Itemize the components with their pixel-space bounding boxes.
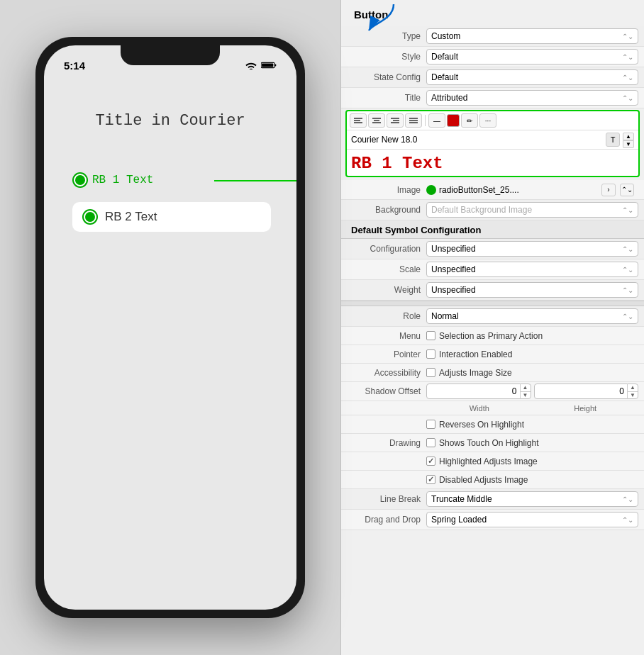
- drag-drop-control[interactable]: Spring Loaded ⌃⌄: [426, 512, 644, 527]
- reverses-row: Reverses On Highlight: [341, 415, 644, 434]
- pointer-label: Pointer: [341, 349, 426, 359]
- role-row: Role Normal ⌃⌄: [341, 306, 644, 327]
- config-label: Configuration: [341, 244, 426, 254]
- font-size-stepper[interactable]: ▲ ▼: [623, 133, 634, 147]
- iphone-frame: 5:14 Title in Courier: [35, 37, 305, 618]
- state-config-select[interactable]: Default ⌃⌄: [426, 69, 638, 85]
- line-break-select[interactable]: Truncate Middle ⌃⌄: [426, 491, 638, 507]
- reverses-checkbox-item[interactable]: Reverses On Highlight: [426, 420, 530, 430]
- role-select[interactable]: Normal ⌃⌄: [426, 308, 638, 324]
- font-row: Courier New 18.0 T ▲ ▼: [347, 130, 638, 150]
- align-left-btn[interactable]: [350, 113, 367, 128]
- shadow-width-up[interactable]: ▲: [521, 384, 531, 392]
- blue-arrow-svg: [365, 0, 422, 34]
- rb2-container[interactable]: RB 2 Text: [72, 202, 271, 232]
- line-break-control[interactable]: Truncate Middle ⌃⌄: [426, 491, 644, 507]
- format-btn-edit[interactable]: ✏: [461, 113, 478, 128]
- iphone-notch: [121, 45, 220, 65]
- symbol-section-header: Default Symbol Configuration: [341, 220, 644, 239]
- shadow-width-down[interactable]: ▼: [521, 392, 531, 400]
- title-select[interactable]: Attributed ⌃⌄: [426, 90, 638, 106]
- svg-rect-1: [274, 65, 276, 67]
- disabled-checkmark: ✓: [428, 475, 434, 484]
- type-select-arrow: ⌃⌄: [622, 33, 633, 40]
- color-btn[interactable]: [447, 114, 460, 127]
- font-T-btn[interactable]: T: [606, 133, 620, 147]
- type-control[interactable]: Custom ⌃⌄: [426, 28, 644, 44]
- shadow-height-down[interactable]: ▼: [628, 392, 638, 400]
- title-select-arrow: ⌃⌄: [622, 94, 633, 102]
- image-label: Image: [341, 185, 426, 195]
- status-icons: [245, 61, 277, 69]
- role-control[interactable]: Normal ⌃⌄: [426, 308, 644, 324]
- drawing-label: Drawing: [341, 438, 426, 448]
- accessibility-label: Accessibility: [341, 368, 426, 378]
- svg-rect-2: [262, 63, 273, 67]
- scale-row: Scale Unspecified ⌃⌄: [341, 259, 644, 280]
- drag-drop-select[interactable]: Spring Loaded ⌃⌄: [426, 512, 638, 527]
- more-btn[interactable]: ···: [479, 113, 496, 128]
- disabled-checkbox[interactable]: ✓: [426, 475, 435, 484]
- weight-arrow: ⌃⌄: [622, 286, 633, 294]
- config-row: Configuration Unspecified ⌃⌄: [341, 239, 644, 259]
- pointer-checkbox-item[interactable]: Interaction Enabled: [426, 349, 518, 359]
- rb1-container[interactable]: RB 1 Text: [72, 172, 268, 188]
- highlighted-checkbox-item[interactable]: ✓ Highlighted Adjusts Image: [426, 457, 543, 466]
- toolbar-separator: [425, 115, 426, 126]
- shows-touch-checkbox[interactable]: [426, 438, 435, 447]
- height-label: Height: [533, 404, 639, 413]
- font-name: Courier New 18.0: [351, 135, 606, 145]
- menu-checkbox-item[interactable]: Selection as Primary Action: [426, 331, 548, 341]
- accessibility-checkbox-item[interactable]: Adjusts Image Size: [426, 368, 518, 378]
- shadow-offset-row: Shadow Offset 0 ▲ ▼ 0 ▲ ▼: [341, 382, 644, 401]
- background-row: Background Default Background Image ⌃⌄: [341, 200, 644, 220]
- weight-row: Weight Unspecified ⌃⌄: [341, 280, 644, 301]
- config-control[interactable]: Unspecified ⌃⌄: [426, 241, 644, 257]
- background-select[interactable]: Default Background Image ⌃⌄: [426, 202, 638, 218]
- align-right-btn[interactable]: [387, 113, 404, 128]
- shadow-height-stepper[interactable]: ▲ ▼: [627, 384, 638, 399]
- drag-drop-arrow: ⌃⌄: [622, 516, 633, 524]
- style-label: Style: [341, 52, 426, 62]
- justify-btn[interactable]: [405, 113, 422, 128]
- line-break-label: Line Break: [341, 494, 426, 504]
- state-config-control[interactable]: Default ⌃⌄: [426, 69, 644, 85]
- weight-label: Weight: [341, 285, 426, 295]
- accessibility-checkbox[interactable]: [426, 368, 435, 377]
- reverses-checkbox[interactable]: [426, 420, 435, 429]
- attributed-editor: — ✏ ··· Courier New 18.0 T ▲ ▼ RB 1 Text: [345, 110, 640, 177]
- strikethrough-btn[interactable]: —: [428, 113, 445, 128]
- style-select[interactable]: Default ⌃⌄: [426, 49, 638, 65]
- menu-checkbox[interactable]: [426, 331, 435, 340]
- scale-control[interactable]: Unspecified ⌃⌄: [426, 262, 644, 277]
- weight-select[interactable]: Unspecified ⌃⌄: [426, 282, 638, 298]
- pointer-checkbox[interactable]: [426, 349, 435, 359]
- shadow-width-stepper[interactable]: ▲ ▼: [520, 384, 531, 399]
- shadow-width-field[interactable]: 0 ▲ ▼: [426, 384, 531, 399]
- image-forward-btn[interactable]: ›: [601, 184, 616, 196]
- align-center-btn[interactable]: [368, 113, 385, 128]
- image-dropdown-btn[interactable]: ⌃⌄: [620, 184, 634, 196]
- style-control[interactable]: Default ⌃⌄: [426, 49, 644, 65]
- disabled-checkbox-item[interactable]: ✓ Disabled Adjusts Image: [426, 475, 533, 485]
- screen-content: Title in Courier RB 1 Text RB 2 Text: [44, 77, 296, 253]
- style-row: Style Default ⌃⌄: [341, 47, 644, 67]
- shadow-height-up[interactable]: ▲: [628, 384, 638, 392]
- type-select[interactable]: Custom ⌃⌄: [426, 28, 638, 44]
- background-control[interactable]: Default Background Image ⌃⌄: [426, 202, 644, 218]
- shadow-width-value: 0: [427, 386, 520, 396]
- title-control[interactable]: Attributed ⌃⌄: [426, 90, 644, 106]
- disabled-row: ✓ Disabled Adjusts Image: [341, 471, 644, 489]
- title-label: Title: [341, 93, 426, 103]
- preview-text: RB 1 Text: [347, 150, 638, 176]
- config-select[interactable]: Unspecified ⌃⌄: [426, 241, 638, 257]
- shows-touch-checkbox-item[interactable]: Shows Touch On Highlight: [426, 438, 545, 448]
- highlighted-checkbox[interactable]: ✓: [426, 457, 435, 466]
- drawing-shows-row: Drawing Shows Touch On Highlight: [341, 434, 644, 452]
- accessibility-row: Accessibility Adjusts Image Size: [341, 364, 644, 382]
- scale-select[interactable]: Unspecified ⌃⌄: [426, 262, 638, 277]
- shadow-height-field[interactable]: 0 ▲ ▼: [534, 384, 639, 399]
- weight-control[interactable]: Unspecified ⌃⌄: [426, 282, 644, 298]
- width-label: Width: [426, 404, 533, 413]
- style-select-arrow: ⌃⌄: [622, 53, 633, 61]
